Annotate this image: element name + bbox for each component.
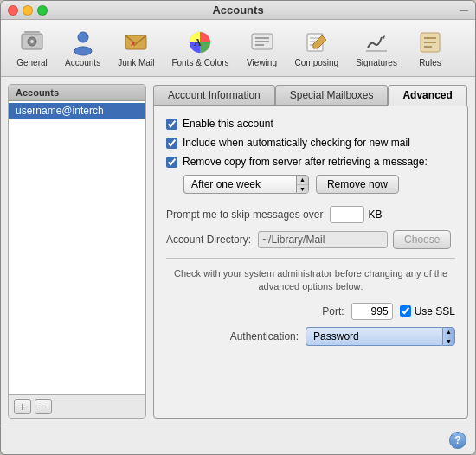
dropdown-row: Right away After one day After one week … <box>183 175 455 194</box>
window: Accounts — General Accounts <box>0 0 476 455</box>
accounts-icon <box>69 29 97 56</box>
include-new-mail-row: Include when automatically checking for … <box>166 137 455 149</box>
junk-mail-label: Junk Mail <box>118 58 154 67</box>
tab-advanced[interactable]: Advanced <box>388 85 466 106</box>
enable-account-row: Enable this account <box>166 118 455 130</box>
divider <box>166 258 455 259</box>
svg-point-5 <box>74 47 92 55</box>
title-bar: Accounts — <box>1 1 475 20</box>
prompt-row: Prompt me to skip messages over KB <box>166 206 455 223</box>
toolbar-item-accounts[interactable]: Accounts <box>58 25 107 71</box>
remove-copy-label: Remove copy from server after retrieving… <box>183 156 428 168</box>
toolbar-item-fonts-colors[interactable]: A Fonts & Colors <box>164 25 235 71</box>
toolbar-item-viewing[interactable]: Viewing <box>240 25 285 71</box>
use-ssl-label: Use SSL <box>415 305 455 317</box>
sidebar-footer: + − <box>9 394 145 418</box>
remove-account-button[interactable]: − <box>35 399 52 414</box>
after-period-select-wrapper: Right away After one day After one week … <box>183 175 309 194</box>
auth-row: Authentication: Password MD5 Challenge-R… <box>166 327 455 346</box>
right-panel: Account Information Special Mailboxes Ad… <box>153 84 468 419</box>
window-collapse[interactable]: — <box>460 5 468 15</box>
main-content: Accounts username@interch + − Account In… <box>1 77 475 426</box>
sidebar-header: Accounts <box>9 85 145 101</box>
kb-label: KB <box>368 208 382 221</box>
window-title: Accounts <box>212 3 263 16</box>
fonts-colors-label: Fonts & Colors <box>171 58 228 67</box>
sidebar: Accounts username@interch + − <box>8 84 146 419</box>
toolbar-item-composing[interactable]: Composing <box>288 25 346 71</box>
traffic-lights <box>8 5 48 16</box>
remove-now-button[interactable]: Remove now <box>316 175 399 194</box>
accounts-label: Accounts <box>65 58 100 67</box>
sidebar-list: username@interch <box>9 101 145 394</box>
authentication-label: Authentication: <box>230 330 299 343</box>
sidebar-item-account1[interactable]: username@interch <box>9 103 145 119</box>
account-dir-input <box>258 231 388 248</box>
maximize-button[interactable] <box>37 5 48 16</box>
include-new-mail-label: Include when automatically checking for … <box>183 137 410 149</box>
enable-account-label: Enable this account <box>183 118 273 130</box>
advanced-panel: Enable this account Include when automat… <box>153 105 468 419</box>
port-input[interactable] <box>351 303 393 320</box>
general-icon <box>18 29 46 56</box>
svg-text:X: X <box>131 40 136 48</box>
composing-icon <box>303 29 331 56</box>
tab-special-mailboxes[interactable]: Special Mailboxes <box>275 85 389 106</box>
rules-icon <box>416 29 444 56</box>
composing-label: Composing <box>295 58 339 67</box>
stepper-arrows: ▲ ▼ <box>296 175 309 194</box>
junk-mail-icon: X <box>122 29 150 56</box>
tabs: Account Information Special Mailboxes Ad… <box>153 84 468 105</box>
bottom-bar: ? <box>1 426 475 454</box>
prompt-input[interactable] <box>330 206 364 223</box>
remove-copy-checkbox[interactable] <box>166 157 177 168</box>
after-period-select[interactable]: Right away After one day After one week … <box>183 175 296 194</box>
close-button[interactable] <box>8 5 18 16</box>
stepper-up[interactable]: ▲ <box>297 176 308 185</box>
toolbar: General Accounts X Junk Mail <box>1 20 475 77</box>
account-dir-label: Account Directory: <box>166 234 251 246</box>
svg-point-3 <box>30 40 34 43</box>
info-text: Check with your system administrator bef… <box>166 267 455 294</box>
viewing-label: Viewing <box>247 58 277 67</box>
auth-stepper-down[interactable]: ▼ <box>443 336 454 345</box>
auth-select-wrapper: Password MD5 Challenge-Response NTLM Ker… <box>306 327 455 346</box>
port-label: Port: <box>322 305 344 317</box>
enable-account-checkbox[interactable] <box>166 119 177 130</box>
prompt-label: Prompt me to skip messages over <box>166 208 323 221</box>
toolbar-item-general[interactable]: General <box>10 25 55 71</box>
help-button[interactable]: ? <box>449 432 466 449</box>
auth-stepper-arrows: ▲ ▼ <box>442 327 455 346</box>
use-ssl-checkbox[interactable] <box>400 305 411 317</box>
account-dir-row: Account Directory: Choose <box>166 230 455 249</box>
minimize-button[interactable] <box>23 5 33 16</box>
port-row: Port: Use SSL <box>166 303 455 320</box>
add-account-button[interactable]: + <box>14 399 31 414</box>
signatures-label: Signatures <box>356 58 397 67</box>
viewing-icon <box>248 29 276 56</box>
ssl-row: Use SSL <box>400 305 455 317</box>
fonts-colors-icon: A <box>186 29 214 56</box>
tab-account-information[interactable]: Account Information <box>153 85 275 106</box>
choose-button[interactable]: Choose <box>393 230 451 249</box>
toolbar-item-signatures[interactable]: Signatures <box>349 25 404 71</box>
general-label: General <box>16 58 48 67</box>
include-new-mail-checkbox[interactable] <box>166 138 177 149</box>
stepper-down[interactable]: ▼ <box>297 185 308 194</box>
signatures-icon <box>363 29 390 56</box>
auth-stepper-up[interactable]: ▲ <box>443 328 454 337</box>
svg-text:A: A <box>194 36 202 48</box>
svg-rect-1 <box>24 31 40 33</box>
remove-copy-row: Remove copy from server after retrieving… <box>166 156 455 168</box>
toolbar-item-rules[interactable]: Rules <box>408 25 453 71</box>
svg-point-4 <box>78 32 88 42</box>
authentication-select[interactable]: Password MD5 Challenge-Response NTLM Ker… <box>306 327 442 346</box>
toolbar-item-junk-mail[interactable]: X Junk Mail <box>111 25 161 71</box>
rules-label: Rules <box>419 58 441 67</box>
